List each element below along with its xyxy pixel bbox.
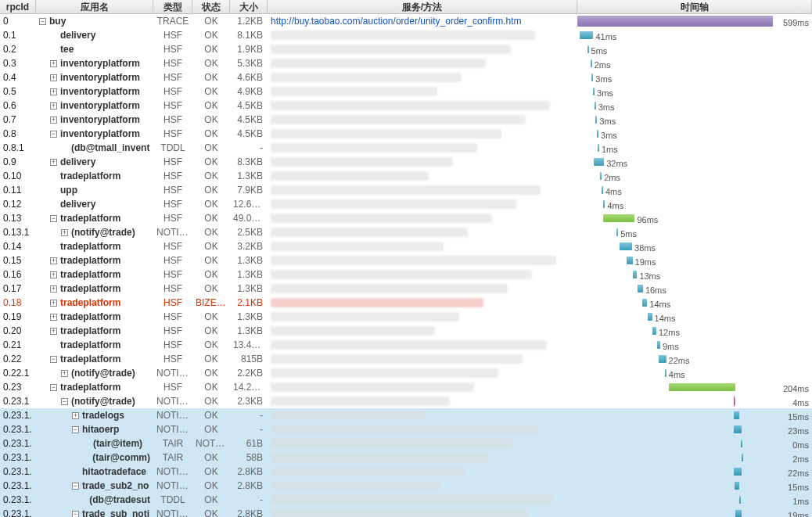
table-row[interactable]: 0.21tradeplatformHSFOK13.4KB9ms <box>0 338 812 352</box>
cell-rpcid: 0.13.1 <box>0 225 36 239</box>
service-redacted <box>271 59 486 68</box>
table-row[interactable]: 0.23−tradeplatformHSFOK14.2KB204ms <box>0 380 812 394</box>
table-row[interactable]: 0.15+tradeplatformHSFOK1.3KB19ms <box>0 253 812 267</box>
table-row[interactable]: 0.13−tradeplatformHSFOK49.0KB96ms <box>0 211 812 225</box>
collapse-icon[interactable]: − <box>50 215 57 222</box>
collapse-icon[interactable]: − <box>39 18 46 25</box>
collapse-icon[interactable]: − <box>61 398 68 405</box>
cell-size: 4.5KB <box>230 127 268 141</box>
cell-rpcid: 0.5 <box>0 84 36 99</box>
service-url[interactable]: http://buy.taobao.com/auction/order/unit… <box>271 14 574 28</box>
expand-icon[interactable]: + <box>50 159 57 166</box>
table-row[interactable]: 0.22−tradeplatformHSFOK815B22ms <box>0 352 812 366</box>
collapse-icon[interactable]: − <box>72 511 79 518</box>
cell-timeline: 204ms <box>577 380 812 394</box>
cell-service <box>268 493 577 507</box>
table-row[interactable]: 0.23.1.−trade_sub_notiNOTIFYOK2.8KB19ms <box>0 507 812 517</box>
table-row[interactable]: 0.18+tradeplatformHSFBIZERR2.1KB14ms <box>0 296 812 310</box>
service-redacted <box>271 284 508 293</box>
expand-icon[interactable]: + <box>50 88 57 95</box>
toggle-placeholder <box>61 145 68 152</box>
collapse-icon[interactable]: − <box>50 356 57 363</box>
collapse-icon[interactable]: − <box>50 384 57 391</box>
service-redacted <box>271 31 535 40</box>
app-name: inventoryplatform <box>60 70 140 84</box>
table-row[interactable]: 0.9+deliveryHSFOK8.3KB32ms <box>0 155 812 169</box>
hdr-size[interactable]: 大小 <box>230 0 268 13</box>
table-row[interactable]: 0.6+inventoryplatformHSFOK4.5KB3ms <box>0 99 812 113</box>
cell-size: 4.6KB <box>230 70 268 84</box>
timeline-label: 15ms <box>788 410 809 422</box>
table-row[interactable]: 0.23.1.(tair@comm)TAIROK58B2ms <box>0 451 812 465</box>
table-row[interactable]: 0.22.1+(notify@trade)NOTIFYOK2.2KB4ms <box>0 366 812 380</box>
expand-icon[interactable]: + <box>50 257 57 264</box>
expand-icon[interactable]: + <box>50 271 57 278</box>
table-row[interactable]: 0.23.1.−trade_sub2_noNOTIFYOK2.8KB15ms <box>0 479 812 493</box>
expand-icon[interactable]: + <box>50 60 57 67</box>
hdr-timeline[interactable]: 时间轴 <box>577 0 812 13</box>
expand-icon[interactable]: + <box>72 412 79 419</box>
timeline-label: 22ms <box>788 466 809 479</box>
table-row[interactable]: 0.20+tradeplatformHSFOK1.3KB12ms <box>0 324 812 338</box>
expand-icon[interactable]: + <box>50 314 57 321</box>
cell-rpcid: 0.7 <box>0 113 36 127</box>
timeline-bar <box>597 130 598 138</box>
hdr-app[interactable]: 应用名 <box>36 0 153 13</box>
expand-icon[interactable]: + <box>50 285 57 293</box>
cell-status: OK <box>192 352 230 366</box>
cell-type: HSF <box>153 28 192 42</box>
hdr-type[interactable]: 类型 <box>153 0 192 13</box>
app-name: (db@tradesut <box>89 493 150 507</box>
hdr-status[interactable]: 状态 <box>192 0 230 13</box>
timeline-label: 23ms <box>788 424 809 436</box>
table-row[interactable]: 0.3+inventoryplatformHSFOK5.3KB2ms <box>0 56 812 70</box>
table-row[interactable]: 0.16+tradeplatformHSFOK1.3KB13ms <box>0 267 812 282</box>
cell-app: −trade_sub_noti <box>36 507 153 517</box>
timeline-bar <box>734 411 738 419</box>
table-row[interactable]: 0.5+inventoryplatformHSFOK4.9KB3ms <box>0 84 812 99</box>
table-row[interactable]: 0.12deliveryHSFOK12.6KB4ms <box>0 197 812 211</box>
toggle-placeholder <box>79 497 86 504</box>
table-row[interactable]: 0.23.1.(db@tradesutTDDLOK-1ms <box>0 493 812 507</box>
table-row[interactable]: 0.8.1(db@tmall_inventTDDLOK-1ms <box>0 141 812 155</box>
table-row[interactable]: 0.7+inventoryplatformHSFOK4.5KB3ms <box>0 113 812 127</box>
hdr-rpcid[interactable]: rpcId <box>0 0 36 13</box>
cell-rpcid: 0.23.1. <box>0 436 36 451</box>
expand-icon[interactable]: + <box>61 229 68 236</box>
table-row[interactable]: 0.23.1.hitaotradefaceNOTIFYOK2.8KB22ms <box>0 465 812 479</box>
timeline-bar <box>665 369 666 377</box>
expand-icon[interactable]: + <box>50 117 57 124</box>
expand-icon[interactable]: + <box>50 74 57 81</box>
service-redacted <box>271 45 511 54</box>
collapse-icon[interactable]: − <box>50 131 57 138</box>
collapse-icon[interactable]: − <box>72 483 79 490</box>
expand-icon[interactable]: + <box>50 300 57 307</box>
table-row[interactable]: 0.23.1.(tair@item)TAIRNOTEXSI61B0ms <box>0 436 812 451</box>
table-row[interactable]: 0−buyTRACEOK1.2KBhttp://buy.taobao.com/a… <box>0 14 812 28</box>
table-row[interactable]: 0.14tradeplatformHSFOK3.2KB38ms <box>0 239 812 253</box>
cell-status: OK <box>192 366 230 380</box>
app-name: tradeplatform <box>60 338 120 352</box>
expand-icon[interactable]: + <box>50 102 57 110</box>
collapse-icon[interactable]: − <box>72 426 79 433</box>
service-redacted <box>271 425 537 434</box>
expand-icon[interactable]: + <box>50 328 57 335</box>
table-row[interactable]: 0.17+tradeplatformHSFOK1.3KB16ms <box>0 282 812 296</box>
cell-status: OK <box>192 493 230 507</box>
table-row[interactable]: 0.4+inventoryplatformHSFOK4.6KB3ms <box>0 70 812 84</box>
table-row[interactable]: 0.2teeHSFOK1.9KB5ms <box>0 42 812 56</box>
table-row[interactable]: 0.23.1−(notify@trade)NOTIFYOK2.3KB4ms <box>0 394 812 408</box>
table-row[interactable]: 0.11uppHSFOK7.9KB4ms <box>0 183 812 197</box>
table-row[interactable]: 0.23.1.+tradelogsNOTIFYOK-15ms <box>0 408 812 422</box>
expand-icon[interactable]: + <box>61 370 68 377</box>
table-row[interactable]: 0.23.1.−hitaoerpNOTIFYOK-23ms <box>0 422 812 436</box>
cell-size: 1.9KB <box>230 42 268 56</box>
table-row[interactable]: 0.10tradeplatformHSFOK1.3KB2ms <box>0 169 812 183</box>
timeline-label: 13ms <box>639 269 660 282</box>
table-row[interactable]: 0.13.1+(notify@trade)NOTIFYOK2.5KB5ms <box>0 225 812 239</box>
hdr-service[interactable]: 服务/方法 <box>268 0 577 13</box>
table-row[interactable]: 0.1deliveryHSFOK8.1KB41ms <box>0 28 812 42</box>
cell-service <box>268 465 577 479</box>
table-row[interactable]: 0.19+tradeplatformHSFOK1.3KB14ms <box>0 310 812 324</box>
table-row[interactable]: 0.8−inventoryplatformHSFOK4.5KB3ms <box>0 127 812 141</box>
